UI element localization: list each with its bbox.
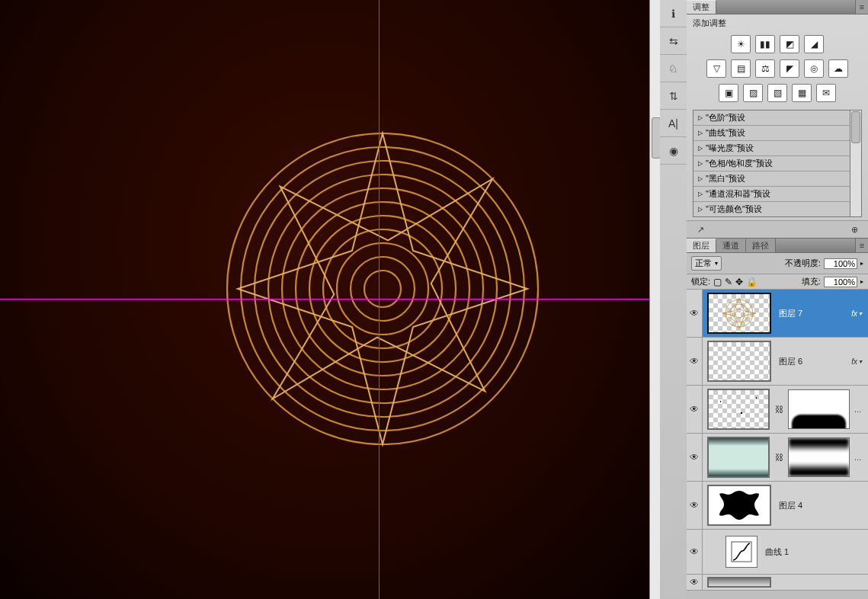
add-adjustment-label: 添加调整 bbox=[687, 14, 868, 32]
layer-row[interactable]: 👁 ⛓ … bbox=[687, 434, 868, 482]
layer-row[interactable]: 👁 图层 7 fx ▾ bbox=[687, 290, 868, 338]
panels-column: 调整 ≡ 添加调整 ☀ ▮▮ ◩ ◢ ▽ ▤ ⚖ ◤ ◎ ☁ ▣ ▨ ▧ ▦ ✉ bbox=[687, 0, 868, 599]
blend-mode-value: 正常 bbox=[695, 258, 712, 269]
layers-controls: 正常 ▾ 不透明度: 100% ▸ bbox=[687, 253, 868, 274]
adj-brightness-icon[interactable]: ☀ bbox=[731, 35, 751, 53]
expand-view-icon[interactable]: ⊕ bbox=[847, 223, 862, 235]
adj-gradient-map-icon[interactable]: ▦ bbox=[792, 84, 812, 102]
visibility-toggle-icon[interactable]: 👁 bbox=[687, 386, 703, 433]
adj-balance-icon[interactable]: ⚖ bbox=[755, 59, 775, 78]
visibility-toggle-icon[interactable]: 👁 bbox=[687, 338, 703, 385]
lock-all-icon[interactable]: 🔒 bbox=[746, 277, 757, 287]
svg-marker-16 bbox=[722, 298, 756, 328]
layer-name[interactable]: 图层 6 bbox=[776, 356, 851, 367]
opacity-flyout-icon[interactable]: ▸ bbox=[860, 260, 863, 267]
layer-mask-thumbnail[interactable] bbox=[788, 389, 850, 429]
tab-layers[interactable]: 图层 bbox=[687, 239, 716, 252]
adjustments-footer: ↗ ⊕ bbox=[687, 220, 868, 238]
adjustments-panel: 调整 ≡ 添加调整 ☀ ▮▮ ◩ ◢ ▽ ▤ ⚖ ◤ ◎ ☁ ▣ ▨ ▧ ▦ ✉ bbox=[687, 0, 868, 239]
preset-channel-mixer[interactable]: ▷"通道混和器"预设 bbox=[693, 187, 850, 202]
layer-name[interactable]: 曲线 1 bbox=[762, 546, 868, 558]
opacity-input[interactable]: 100% bbox=[824, 258, 857, 269]
visibility-toggle-icon[interactable]: 👁 bbox=[687, 290, 703, 337]
styles-panel-icon[interactable]: ♘ bbox=[660, 55, 687, 82]
visibility-toggle-icon[interactable]: 👁 bbox=[687, 575, 703, 590]
preset-selective-color[interactable]: ▷"可选颜色"预设 bbox=[693, 202, 850, 216]
layer-name[interactable]: 图层 7 bbox=[776, 308, 851, 319]
character-panel-icon[interactable]: A| bbox=[660, 110, 687, 137]
layer-row[interactable]: 👁 ⛓ … bbox=[687, 386, 868, 434]
guide-vertical[interactable] bbox=[379, 0, 380, 599]
layer-thumbnail[interactable] bbox=[707, 437, 770, 478]
preset-scrollbar[interactable] bbox=[850, 110, 862, 217]
layer-more-icon[interactable]: … bbox=[854, 453, 868, 462]
layer-mask-thumbnail[interactable] bbox=[788, 437, 850, 477]
adj-threshold-icon[interactable]: ▧ bbox=[767, 84, 787, 102]
adj-exposure-icon[interactable]: ◢ bbox=[804, 35, 824, 53]
layer-row[interactable]: 👁 曲线 1 bbox=[687, 530, 868, 575]
layer-fx-indicator[interactable]: fx ▾ bbox=[851, 357, 868, 366]
preset-levels[interactable]: ▷"色阶"预设 bbox=[693, 111, 850, 126]
tab-paths[interactable]: 路径 bbox=[746, 239, 776, 252]
guide-horizontal[interactable] bbox=[0, 299, 649, 300]
visibility-toggle-icon[interactable]: 👁 bbox=[687, 434, 703, 481]
preset-list-wrap: ▷"色阶"预设 ▷"曲线"预设 ▷"曝光度"预设 ▷"色相/饱和度"预设 ▷"黑… bbox=[693, 110, 862, 217]
visibility-toggle-icon[interactable]: 👁 bbox=[687, 530, 703, 574]
tab-channels[interactable]: 通道 bbox=[716, 239, 746, 252]
layer-fx-indicator[interactable]: fx ▾ bbox=[851, 309, 868, 318]
mask-link-icon[interactable]: ⛓ bbox=[774, 405, 783, 414]
layer-row[interactable]: 👁 图层 6 fx ▾ bbox=[687, 338, 868, 386]
clone-panel-icon[interactable]: ⇅ bbox=[660, 82, 687, 110]
layers-menu-icon[interactable]: ≡ bbox=[855, 239, 868, 252]
preset-hue-sat[interactable]: ▷"色相/饱和度"预设 bbox=[693, 156, 850, 171]
histogram-panel-icon[interactable]: ◉ bbox=[660, 137, 687, 165]
lock-pixels-icon[interactable]: ✎ bbox=[725, 277, 732, 287]
blend-mode-dropdown[interactable]: 正常 ▾ bbox=[691, 256, 722, 271]
adjustment-layer-thumbnail[interactable] bbox=[725, 536, 757, 568]
opacity-label: 不透明度: bbox=[785, 258, 821, 269]
layer-row[interactable]: 👁 bbox=[687, 575, 868, 591]
adj-invert-icon[interactable]: ▣ bbox=[719, 84, 738, 102]
layer-thumbnail[interactable] bbox=[707, 389, 770, 430]
svg-point-15 bbox=[735, 309, 744, 318]
adj-row-1: ☀ ▮▮ ◩ ◢ bbox=[687, 32, 868, 56]
info-panel-icon[interactable]: ℹ bbox=[660, 0, 687, 27]
layer-row[interactable]: 👁 图层 4 bbox=[687, 482, 868, 530]
mask-link-icon[interactable]: ⛓ bbox=[774, 453, 783, 462]
preset-exposure[interactable]: ▷"曝光度"预设 bbox=[693, 141, 850, 156]
adj-vibrance-icon[interactable]: ▽ bbox=[706, 59, 726, 78]
visibility-toggle-icon[interactable]: 👁 bbox=[687, 482, 703, 529]
adj-selective-color-icon[interactable]: ✉ bbox=[816, 84, 836, 102]
adjustments-menu-icon[interactable]: ≡ bbox=[855, 0, 868, 14]
layer-thumbnail[interactable] bbox=[707, 577, 771, 588]
adj-photo-filter-icon[interactable]: ◎ bbox=[804, 59, 824, 78]
fill-input[interactable]: 100% bbox=[824, 277, 857, 287]
adj-hue-icon[interactable]: ▤ bbox=[731, 59, 751, 78]
tab-adjustments[interactable]: 调整 bbox=[687, 0, 716, 14]
layers-panel: 图层 通道 路径 ≡ 正常 ▾ 不透明度: 100% ▸ 锁定: ▢ ✎ ✥ 🔒… bbox=[687, 239, 868, 591]
layer-thumbnail[interactable] bbox=[707, 341, 771, 382]
layer-thumbnail[interactable] bbox=[707, 485, 771, 526]
preset-bw[interactable]: ▷"黑白"预设 bbox=[693, 171, 850, 187]
chevron-down-icon: ▾ bbox=[715, 260, 718, 267]
lock-label: 锁定: bbox=[691, 276, 710, 287]
layer-name[interactable]: 图层 4 bbox=[776, 500, 868, 511]
layer-thumbnail[interactable] bbox=[707, 293, 771, 334]
lock-row: 锁定: ▢ ✎ ✥ 🔒 填充: 100% ▸ bbox=[687, 274, 868, 290]
layer-more-icon[interactable]: … bbox=[854, 405, 868, 414]
lock-position-icon[interactable]: ✥ bbox=[735, 277, 743, 287]
fill-flyout-icon[interactable]: ▸ bbox=[860, 278, 863, 285]
layer-stack: 👁 图层 7 fx ▾ 👁 图层 6 fx ▾ 👁 ⛓ bbox=[687, 290, 868, 591]
swatches-panel-icon[interactable]: ⇆ bbox=[660, 27, 687, 55]
preset-curves[interactable]: ▷"曲线"预设 bbox=[693, 126, 850, 141]
lock-transparent-icon[interactable]: ▢ bbox=[713, 277, 722, 287]
document-viewport[interactable] bbox=[0, 0, 649, 599]
adj-bw-icon[interactable]: ◤ bbox=[780, 59, 799, 78]
return-to-list-icon[interactable]: ↗ bbox=[693, 223, 708, 235]
svg-point-13 bbox=[725, 300, 753, 327]
adj-posterize-icon[interactable]: ▨ bbox=[743, 84, 763, 102]
adj-channel-mixer-icon[interactable]: ☁ bbox=[828, 59, 848, 78]
canvas-image bbox=[0, 0, 649, 599]
adj-curves-icon[interactable]: ◩ bbox=[780, 35, 799, 53]
adj-levels-icon[interactable]: ▮▮ bbox=[755, 35, 775, 53]
